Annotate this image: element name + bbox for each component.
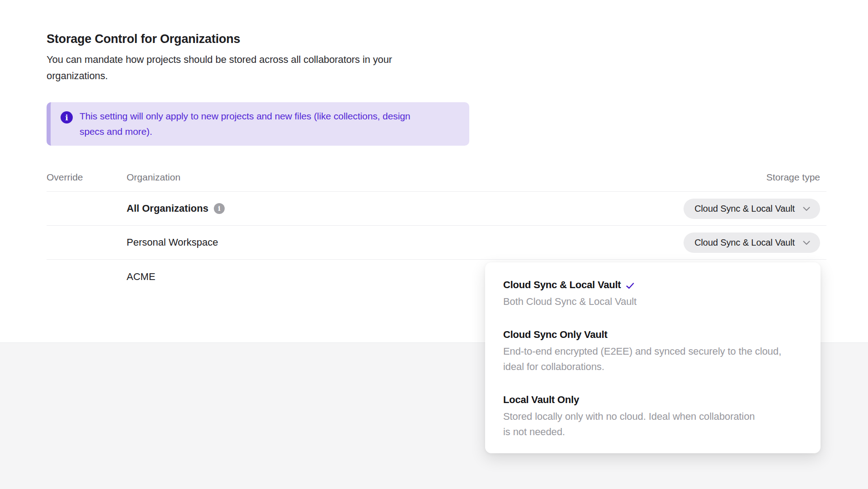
storage-type-dropdown-button[interactable]: Cloud Sync & Local Vault <box>684 233 820 253</box>
storage-type-dropdown-button[interactable]: Cloud Sync & Local Vault <box>684 199 820 219</box>
table-row-personal-workspace: Personal Workspace Cloud Sync & Local Va… <box>47 226 826 260</box>
check-icon <box>626 283 634 289</box>
dropdown-option-title: Local Vault Only <box>503 393 579 407</box>
storage-settings-section: Storage Control for Organizations You ca… <box>47 30 826 294</box>
dropdown-option-cloud-sync-only-vault[interactable]: Cloud Sync Only Vault End-to-end encrypt… <box>503 328 802 375</box>
table-row-all-organizations: All Organizations i Cloud Sync & Local V… <box>47 192 826 226</box>
chevron-down-icon <box>803 207 810 211</box>
dropdown-option-local-vault-only[interactable]: Local Vault Only Stored locally only wit… <box>503 393 802 440</box>
storage-type-value: Cloud Sync & Local Vault <box>694 204 795 214</box>
chevron-down-icon <box>803 241 810 245</box>
column-header-storage-type: Storage type <box>766 172 826 183</box>
storage-type-value: Cloud Sync & Local Vault <box>694 237 795 248</box>
column-header-override: Override <box>47 172 127 183</box>
dropdown-option-title: Cloud Sync Only Vault <box>503 328 608 342</box>
dropdown-option-description: End-to-end encrypted (E2EE) and synced s… <box>503 344 783 375</box>
dropdown-option-cloud-sync-and-local-vault[interactable]: Cloud Sync & Local Vault Both Cloud Sync… <box>503 278 802 309</box>
table-header-row: Override Organization Storage type <box>47 163 826 192</box>
info-badge-icon[interactable]: i <box>214 203 225 214</box>
dropdown-option-description: Stored locally only with no cloud. Ideal… <box>503 409 756 440</box>
organization-name: Personal Workspace <box>127 237 684 248</box>
storage-type-dropdown-menu: Cloud Sync & Local Vault Both Cloud Sync… <box>485 262 821 453</box>
info-banner: i This setting will only apply to new pr… <box>47 102 469 146</box>
info-icon: i <box>61 111 73 123</box>
toggle-knob <box>30 244 45 259</box>
page-description: You can mandate how projects should be s… <box>47 52 456 84</box>
dropdown-option-title: Cloud Sync & Local Vault <box>503 278 621 292</box>
dropdown-option-description: Both Cloud Sync & Local Vault <box>503 294 756 309</box>
column-header-organization: Organization <box>127 172 766 183</box>
toggle-knob <box>30 279 45 293</box>
info-banner-text: This setting will only apply to new proj… <box>80 109 437 139</box>
page-title: Storage Control for Organizations <box>47 30 826 48</box>
organization-name-label: All Organizations <box>127 203 208 214</box>
organization-name: All Organizations i <box>127 203 684 214</box>
